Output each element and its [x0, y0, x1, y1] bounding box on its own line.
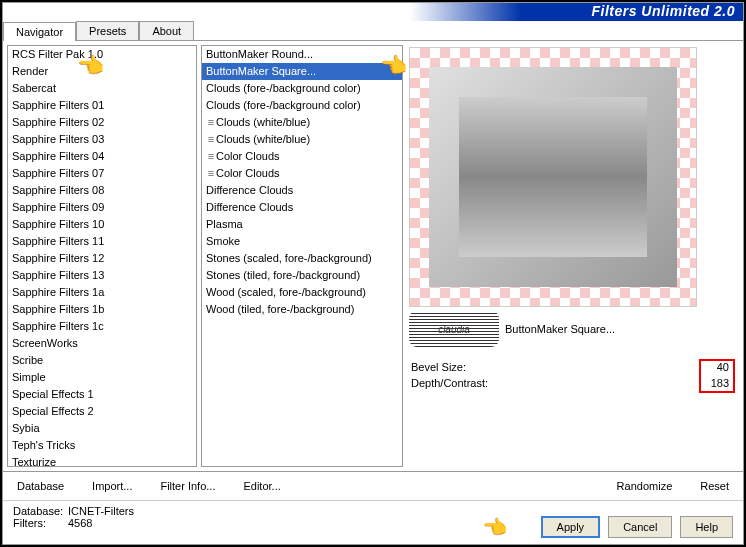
dialog-buttons: Apply Cancel Help [541, 516, 733, 538]
bevel-label: Bevel Size: [411, 361, 466, 373]
stack-icon: ≡ [206, 132, 216, 147]
category-item[interactable]: Sabercat [8, 80, 196, 97]
watermark-text: claudia [438, 324, 470, 335]
filter-item[interactable]: ButtonMaker Round... [202, 46, 402, 63]
stack-icon: ≡ [206, 115, 216, 130]
filter-item[interactable]: Difference Clouds [202, 199, 402, 216]
filter-item-label: ButtonMaker Round... [206, 48, 313, 60]
filter-item-label: Color Clouds [216, 150, 280, 162]
filter-item-label: Clouds (white/blue) [216, 133, 310, 145]
category-item[interactable]: Sapphire Filters 1b [8, 301, 196, 318]
filter-item-label: Clouds (white/blue) [216, 116, 310, 128]
filter-item-label: Stones (tiled, fore-/background) [206, 269, 360, 281]
help-button[interactable]: Help [680, 516, 733, 538]
filter-item-label: Clouds (fore-/background color) [206, 99, 361, 111]
category-item[interactable]: Sapphire Filters 08 [8, 182, 196, 199]
param-bevel: Bevel Size: 40 [409, 359, 737, 375]
stack-icon: ≡ [206, 149, 216, 164]
filter-item[interactable]: ≡Color Clouds [202, 148, 402, 165]
tab-about[interactable]: About [139, 21, 194, 40]
filter-item-label: Color Clouds [216, 167, 280, 179]
category-item[interactable]: Sapphire Filters 10 [8, 216, 196, 233]
tab-navigator[interactable]: Navigator [3, 22, 76, 41]
filters-count-label: Filters: [13, 517, 68, 529]
import-button[interactable]: Import... [88, 478, 136, 494]
filter-item[interactable]: Plasma [202, 216, 402, 233]
parameters-panel: Bevel Size: 40 Depth/Contrast: 183 [409, 359, 737, 391]
depth-label: Depth/Contrast: [411, 377, 488, 389]
filter-item-label: Smoke [206, 235, 240, 247]
watermark-logo: claudia [409, 311, 499, 347]
filter-item-label: Difference Clouds [206, 184, 293, 196]
db-value: ICNET-Filters [68, 505, 134, 517]
tab-bar: Navigator Presets About [3, 21, 743, 41]
filter-item-label: ButtonMaker Square... [206, 65, 316, 77]
app-window: Filters Unlimited 2.0 Navigator Presets … [2, 2, 744, 545]
category-item[interactable]: Texturize [8, 454, 196, 467]
filter-item[interactable]: Difference Clouds [202, 182, 402, 199]
preview-image [409, 47, 697, 307]
filter-item-label: Plasma [206, 218, 243, 230]
category-item[interactable]: Simple [8, 369, 196, 386]
filter-item[interactable]: ≡Color Clouds [202, 165, 402, 182]
reset-button[interactable]: Reset [696, 478, 733, 494]
preview-panel: claudia ButtonMaker Square... Bevel Size… [407, 45, 739, 467]
stack-icon: ≡ [206, 166, 216, 181]
category-item[interactable]: Sapphire Filters 01 [8, 97, 196, 114]
category-item[interactable]: Sapphire Filters 11 [8, 233, 196, 250]
category-item[interactable]: Sapphire Filters 02 [8, 114, 196, 131]
status-left: Database:ICNET-Filters Filters:4568 [13, 505, 134, 529]
filter-item[interactable]: ≡Clouds (white/blue) [202, 114, 402, 131]
category-item[interactable]: Sapphire Filters 1c [8, 318, 196, 335]
apply-button[interactable]: Apply [541, 516, 601, 538]
category-item[interactable]: Sapphire Filters 04 [8, 148, 196, 165]
category-item[interactable]: Sapphire Filters 1a [8, 284, 196, 301]
category-item[interactable]: Sapphire Filters 13 [8, 267, 196, 284]
filter-item[interactable]: Clouds (fore-/background color) [202, 97, 402, 114]
db-label: Database: [13, 505, 68, 517]
category-item[interactable]: Sapphire Filters 07 [8, 165, 196, 182]
filter-item-label: Wood (tiled, fore-/background) [206, 303, 354, 315]
database-button[interactable]: Database [13, 478, 68, 494]
filter-item[interactable]: ≡Clouds (white/blue) [202, 131, 402, 148]
app-title: Filters Unlimited 2.0 [591, 3, 735, 19]
category-item[interactable]: Sapphire Filters 12 [8, 250, 196, 267]
category-item[interactable]: Special Effects 1 [8, 386, 196, 403]
filter-item[interactable]: Stones (tiled, fore-/background) [202, 267, 402, 284]
category-item[interactable]: Teph's Tricks [8, 437, 196, 454]
category-item[interactable]: ScreenWorks [8, 335, 196, 352]
filter-item-label: Difference Clouds [206, 201, 293, 213]
category-list[interactable]: RCS Filter Pak 1.0RenderSabercatSapphire… [7, 45, 197, 467]
filter-item-label: Wood (scaled, fore-/background) [206, 286, 366, 298]
cancel-button[interactable]: Cancel [608, 516, 672, 538]
filter-item[interactable]: Wood (scaled, fore-/background) [202, 284, 402, 301]
filters-count-value: 4568 [68, 517, 92, 529]
filter-item[interactable]: ButtonMaker Square... [202, 63, 402, 80]
category-item[interactable]: Special Effects 2 [8, 403, 196, 420]
titlebar: Filters Unlimited 2.0 [3, 3, 743, 21]
filter-item[interactable]: Stones (scaled, fore-/background) [202, 250, 402, 267]
editor-button[interactable]: Editor... [239, 478, 284, 494]
category-item[interactable]: Sapphire Filters 03 [8, 131, 196, 148]
randomize-button[interactable]: Randomize [613, 478, 677, 494]
tab-presets[interactable]: Presets [76, 21, 139, 40]
highlight-box [699, 359, 735, 393]
current-filter-label: ButtonMaker Square... [505, 323, 615, 335]
filter-item[interactable]: Wood (tiled, fore-/background) [202, 301, 402, 318]
filter-list[interactable]: ButtonMaker Round...ButtonMaker Square..… [201, 45, 403, 467]
filter-item-label: Clouds (fore-/background color) [206, 82, 361, 94]
main-area: RCS Filter Pak 1.0RenderSabercatSapphire… [3, 41, 743, 471]
category-item[interactable]: Render [8, 63, 196, 80]
param-depth: Depth/Contrast: 183 [409, 375, 737, 391]
filter-item[interactable]: Clouds (fore-/background color) [202, 80, 402, 97]
category-item[interactable]: Scribe [8, 352, 196, 369]
preview-button-render [429, 67, 677, 287]
category-item[interactable]: Sapphire Filters 09 [8, 199, 196, 216]
category-item[interactable]: Sybia [8, 420, 196, 437]
toolbar: Database Import... Filter Info... Editor… [3, 471, 743, 500]
filter-item[interactable]: Smoke [202, 233, 402, 250]
filter-item-label: Stones (scaled, fore-/background) [206, 252, 372, 264]
filter-name-row: claudia ButtonMaker Square... [409, 311, 737, 347]
filter-info-button[interactable]: Filter Info... [156, 478, 219, 494]
category-item[interactable]: RCS Filter Pak 1.0 [8, 46, 196, 63]
